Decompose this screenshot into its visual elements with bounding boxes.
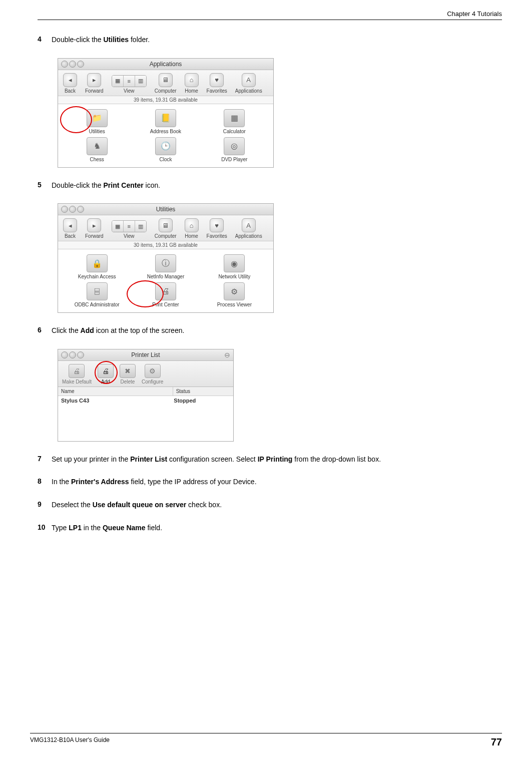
back-button[interactable]: ◂Back — [63, 73, 77, 94]
favorites-button[interactable]: ♥Favorites — [207, 73, 227, 94]
window-title: Printer List — [58, 351, 233, 358]
page-footer: VMG1312-B10A User's Guide 77 — [30, 733, 502, 748]
highlight-circle — [95, 361, 118, 384]
finder-utilities-screenshot: Utilities ◂Back ▸Forward ▦≡▥View 🖥Comput… — [58, 203, 274, 313]
step-number: 9 — [38, 500, 52, 508]
page-header: Chapter 4 Tutorials — [38, 10, 502, 20]
window-titlebar: Applications — [58, 59, 273, 70]
status-strip: 39 items, 19.31 GB available — [58, 96, 273, 104]
table-headers: Name Status — [58, 387, 233, 396]
applications-button[interactable]: AApplications — [235, 73, 262, 94]
app-clock[interactable]: 🕒Clock — [134, 137, 197, 162]
step-number: 5 — [38, 181, 52, 189]
step-8: 8 In the Printer's Address field, type t… — [38, 477, 502, 487]
step-number: 8 — [38, 477, 52, 485]
col-name[interactable]: Name — [58, 387, 173, 396]
app-chess[interactable]: ♞Chess — [65, 137, 129, 162]
step-text: Deselect the Use default queue on server… — [52, 500, 222, 510]
forward-button[interactable]: ▸Forward — [85, 218, 104, 239]
app-icon: ▦ — [224, 109, 245, 127]
make-default-button: 🖨Make Default — [62, 364, 92, 385]
computer-button[interactable]: 🖥Computer — [155, 218, 177, 239]
computer-button[interactable]: 🖥Computer — [155, 73, 177, 94]
step-7: 7 Set up your printer in the Printer Lis… — [38, 455, 502, 465]
app-odbc-administrator[interactable]: ⌸ODBC Administrator — [65, 282, 129, 307]
app-print-center[interactable]: 🖨 Print Center — [134, 282, 197, 307]
step-text: Type LP1 in the Queue Name field. — [52, 523, 162, 533]
home-button[interactable]: ⌂Home — [185, 218, 199, 239]
window-title: Applications — [58, 61, 273, 68]
step-text: Set up your printer in the Printer List … — [52, 455, 381, 465]
window-titlebar: Printer List ⊖ — [58, 349, 233, 361]
step-5: 5 Double-click the Print Center icon. — [38, 181, 502, 191]
step-number: 6 — [38, 326, 52, 334]
printer-name: Stylus C43 — [61, 398, 174, 404]
view-switcher[interactable]: ▦≡▥View — [112, 220, 147, 239]
home-button[interactable]: ⌂Home — [185, 73, 199, 94]
step-text: In the Printer's Address field, type the… — [52, 477, 257, 487]
app-dvd-player[interactable]: ◎DVD Player — [203, 137, 266, 162]
highlight-circle — [60, 106, 92, 133]
icon-grid: 🔒Keychain Access ⓘNetInfo Manager ◉Netwo… — [58, 249, 273, 312]
view-switcher[interactable]: ▦≡▥View — [112, 75, 147, 94]
printer-list-toolbar: 🖨Make Default 🖨Add ✖Delete ⚙Configure — [58, 361, 233, 387]
step-number: 7 — [38, 455, 52, 463]
app-icon: 🔒 — [87, 254, 108, 272]
app-keychain-access[interactable]: 🔒Keychain Access — [65, 254, 129, 279]
forward-button[interactable]: ▸Forward — [85, 73, 104, 94]
delete-button: ✖Delete — [120, 364, 136, 385]
app-icon: ⌸ — [87, 282, 108, 300]
app-network-utility[interactable]: ◉Network Utility — [203, 254, 266, 279]
step-text: Double-click the Utilities folder. — [52, 35, 150, 45]
step-9: 9 Deselect the Use default queue on serv… — [38, 500, 502, 510]
app-icon: ◎ — [224, 137, 245, 155]
app-icon: ♞ — [87, 137, 108, 155]
back-button[interactable]: ◂Back — [63, 218, 77, 239]
icon-grid: 📁 Utilities 📒Address Book ▦Calculator ♞C… — [58, 104, 273, 167]
favorites-button[interactable]: ♥Favorites — [207, 218, 227, 239]
app-icon: 📒 — [155, 109, 176, 127]
folder-utilities[interactable]: 📁 Utilities — [65, 109, 129, 134]
printer-list-screenshot: Printer List ⊖ 🖨Make Default 🖨Add ✖Delet… — [58, 349, 234, 442]
applications-button[interactable]: AApplications — [235, 218, 262, 239]
step-text: Double-click the Print Center icon. — [52, 181, 160, 191]
app-netinfo-manager[interactable]: ⓘNetInfo Manager — [134, 254, 197, 279]
add-button[interactable]: 🖨Add — [98, 364, 114, 385]
app-icon: ⚙ — [224, 282, 245, 300]
window-title: Utilities — [58, 206, 273, 213]
step-10: 10 Type LP1 in the Queue Name field. — [38, 523, 502, 533]
printer-status: Stopped — [174, 398, 230, 404]
chapter-label: Chapter 4 Tutorials — [447, 10, 502, 18]
finder-toolbar: ◂Back ▸Forward ▦≡▥View 🖥Computer ⌂Home ♥… — [58, 215, 273, 241]
page-number: 77 — [491, 736, 502, 748]
app-address-book[interactable]: 📒Address Book — [134, 109, 197, 134]
step-number: 4 — [38, 35, 52, 43]
table-body: Stylus C43 Stopped — [58, 396, 233, 441]
step-text: Click the Add icon at the top of the scr… — [52, 326, 184, 336]
col-status[interactable]: Status — [173, 387, 233, 396]
app-icon: ◉ — [224, 254, 245, 272]
finder-toolbar: ◂Back ▸Forward ▦≡▥View 🖥Computer ⌂Home ♥… — [58, 70, 273, 96]
app-icon: 🕒 — [155, 137, 176, 155]
configure-button: ⚙Configure — [142, 364, 163, 385]
finder-applications-screenshot: Applications ◂Back ▸Forward ▦≡▥View 🖥Com… — [58, 58, 274, 168]
app-icon: ⓘ — [155, 254, 176, 272]
window-titlebar: Utilities — [58, 204, 273, 215]
table-row[interactable]: Stylus C43 Stopped — [58, 396, 233, 405]
app-process-viewer[interactable]: ⚙Process Viewer — [203, 282, 266, 307]
guide-title: VMG1312-B10A User's Guide — [30, 736, 110, 748]
app-calculator[interactable]: ▦Calculator — [203, 109, 266, 134]
step-6: 6 Click the Add icon at the top of the s… — [38, 326, 502, 336]
status-strip: 30 items, 19.31 GB available — [58, 241, 273, 249]
step-number: 10 — [38, 523, 52, 531]
step-4: 4 Double-click the Utilities folder. — [38, 35, 502, 45]
